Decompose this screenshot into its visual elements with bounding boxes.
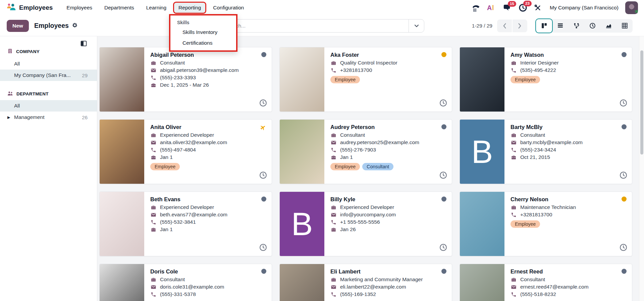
dropdown-section-label: Skills xyxy=(170,15,236,27)
employee-job: Experienced Developer xyxy=(160,204,214,210)
employee-card[interactable]: Anita OliverExperienced Developeranita.o… xyxy=(99,119,272,184)
contract-date-icon xyxy=(511,155,517,160)
presence-status-dot[interactable] xyxy=(622,124,627,129)
employee-phone[interactable]: (555)-518-8232 xyxy=(520,291,556,297)
user-avatar[interactable] xyxy=(625,1,638,14)
schedule-activity-clock-icon[interactable] xyxy=(439,99,447,108)
employee-card[interactable]: BBilly KyleExperienced Developerinfo@you… xyxy=(279,191,452,256)
presence-status-dot[interactable] xyxy=(441,124,446,129)
pager-next-button[interactable] xyxy=(513,19,527,32)
employee-email[interactable]: beth.evans77@example.com xyxy=(160,212,227,218)
presence-status-dot[interactable] xyxy=(622,52,627,57)
employee-email[interactable]: info@yourcompany.com xyxy=(340,212,396,218)
activity-view-button[interactable] xyxy=(584,19,600,33)
employee-phone[interactable]: (555)-276-7903 xyxy=(340,147,376,153)
employee-phone[interactable]: (555)-331-5378 xyxy=(160,291,196,297)
menu-item-configuration[interactable]: Configuration xyxy=(209,3,248,13)
systray: A l 15 23 My Com xyxy=(472,1,638,14)
employee-phone[interactable]: (555)-233-3393 xyxy=(160,75,196,81)
presence-status-dot[interactable] xyxy=(261,269,266,274)
vertical-scrollbar[interactable] xyxy=(639,36,644,301)
pager-previous-button[interactable] xyxy=(497,19,512,32)
employee-card[interactable]: Audrey PetersonConsultantaudrey.peterson… xyxy=(279,119,452,184)
sidebar-item-all[interactable]: All xyxy=(0,58,97,70)
search-filters-toggle[interactable] xyxy=(409,19,424,32)
schedule-activity-clock-icon[interactable] xyxy=(259,99,267,108)
employee-card[interactable]: Doris ColeConsultantdoris.cole31@example… xyxy=(99,264,272,301)
activities-icon[interactable]: 23 xyxy=(519,3,527,12)
employee-email[interactable]: barty.mcbly@example.com xyxy=(520,139,583,145)
employee-card[interactable]: Amy WatsonInterior Designer(535)-495-422… xyxy=(460,47,632,112)
envelope-icon xyxy=(150,140,156,145)
menu-item-learning[interactable]: Learning xyxy=(142,3,171,13)
employee-phone[interactable]: +3281813700 xyxy=(520,212,552,218)
menu-item-employees[interactable]: Employees xyxy=(62,3,97,13)
scrollbar-thumb[interactable] xyxy=(640,50,643,155)
employee-phone[interactable]: (555)-234-3424 xyxy=(520,147,556,153)
phone-icon xyxy=(150,292,156,297)
employee-phone[interactable]: (555)-497-4804 xyxy=(160,147,196,153)
expand-caret-icon[interactable]: ▶ xyxy=(7,115,14,120)
employee-email[interactable]: audrey.peterson25@example.com xyxy=(340,139,419,145)
new-button[interactable]: New xyxy=(7,20,29,32)
pivot-view-button[interactable] xyxy=(616,19,633,33)
employee-card[interactable]: Aka FosterQuality Control Inspector+3281… xyxy=(279,47,452,112)
schedule-activity-clock-icon[interactable] xyxy=(259,171,267,180)
employee-phone[interactable]: (555)-532-3841 xyxy=(160,219,196,225)
employee-phone[interactable]: +1 555-555-5556 xyxy=(340,219,380,225)
schedule-activity-clock-icon[interactable] xyxy=(619,99,628,108)
sidebar-item-management[interactable]: ▶Management26 xyxy=(0,112,97,123)
messages-icon[interactable]: 15 xyxy=(503,4,512,12)
dropdown-item-skills-inventory[interactable]: Skills Inventory xyxy=(170,27,236,38)
dropdown-item-certifications[interactable]: Certifications xyxy=(170,38,236,50)
sidebar-section-department: DEPARTMENTAll▶Management26 xyxy=(0,91,97,123)
employee-email[interactable]: ernest.reed47@example.com xyxy=(520,284,589,290)
sidebar-item-my-company-san-fra-[interactable]: My Company (San Fra...29 xyxy=(0,70,97,81)
presence-status-dot[interactable] xyxy=(441,52,446,57)
employee-phone[interactable]: (555)-169-1352 xyxy=(340,291,376,297)
debug-tools-icon[interactable] xyxy=(534,4,542,12)
employee-card[interactable]: Abigail PetersonConsultantabigail.peters… xyxy=(99,47,272,112)
employee-name: Audrey Peterson xyxy=(330,124,436,130)
schedule-activity-clock-icon[interactable] xyxy=(259,243,267,253)
company-switcher[interactable]: My Company (San Francisco) xyxy=(550,5,619,11)
presence-status-dot[interactable] xyxy=(441,197,446,202)
employee-name: Eli Lambert xyxy=(330,268,436,275)
employee-job-row: Consultant xyxy=(150,276,256,283)
schedule-activity-clock-icon[interactable] xyxy=(439,171,447,180)
employee-card[interactable]: Eli LambertMarketing and Community Manag… xyxy=(279,264,452,301)
app-brand[interactable]: Employees xyxy=(6,2,53,13)
employee-email[interactable]: doris.cole31@example.com xyxy=(160,284,224,290)
ai-icon[interactable]: A l xyxy=(487,4,496,12)
gear-icon[interactable] xyxy=(72,22,78,30)
graph-view-button[interactable] xyxy=(600,19,616,33)
schedule-activity-clock-icon[interactable] xyxy=(439,243,447,253)
employee-card[interactable]: BBarty McBlyConsultantbarty.mcbly@exampl… xyxy=(460,119,632,184)
schedule-activity-clock-icon[interactable] xyxy=(619,171,628,180)
menu-item-departments[interactable]: Departments xyxy=(100,3,139,13)
menu-item-reporting[interactable]: Reporting xyxy=(174,3,205,13)
schedule-activity-clock-icon[interactable] xyxy=(619,243,628,253)
presence-status-dot[interactable] xyxy=(622,197,627,202)
presence-status-dot[interactable] xyxy=(441,269,446,274)
employee-card[interactable]: Beth EvansExperienced Developerbeth.evan… xyxy=(99,191,272,256)
employee-email[interactable]: abigail.peterson39@example.com xyxy=(160,67,239,73)
presence-status-dot[interactable] xyxy=(622,269,627,274)
on-leave-plane-icon[interactable] xyxy=(260,124,266,132)
employee-phone-row: (555)-234-3424 xyxy=(511,147,616,153)
employee-card[interactable]: Cherry NelsonMaintenance Technician+3281… xyxy=(460,191,632,256)
phone-icon[interactable] xyxy=(472,4,480,12)
panel-toggle-icon[interactable] xyxy=(80,40,87,48)
employee-card[interactable]: Ernest ReedConsultanternest.reed47@examp… xyxy=(460,264,632,301)
hierarchy-view-button[interactable] xyxy=(568,19,584,33)
search-input[interactable] xyxy=(220,23,409,29)
sidebar-item-all[interactable]: All xyxy=(0,100,97,112)
employee-email[interactable]: anita.oliver32@example.com xyxy=(160,139,227,145)
kanban-view-button[interactable] xyxy=(536,19,552,33)
employee-phone[interactable]: (535)-495-4222 xyxy=(520,67,556,73)
presence-status-dot[interactable] xyxy=(261,197,266,202)
presence-status-dot[interactable] xyxy=(261,52,266,57)
list-view-button[interactable] xyxy=(552,19,568,33)
employee-email[interactable]: eli.lambert22@example.com xyxy=(340,284,406,290)
employee-phone[interactable]: +3281813700 xyxy=(340,67,372,73)
